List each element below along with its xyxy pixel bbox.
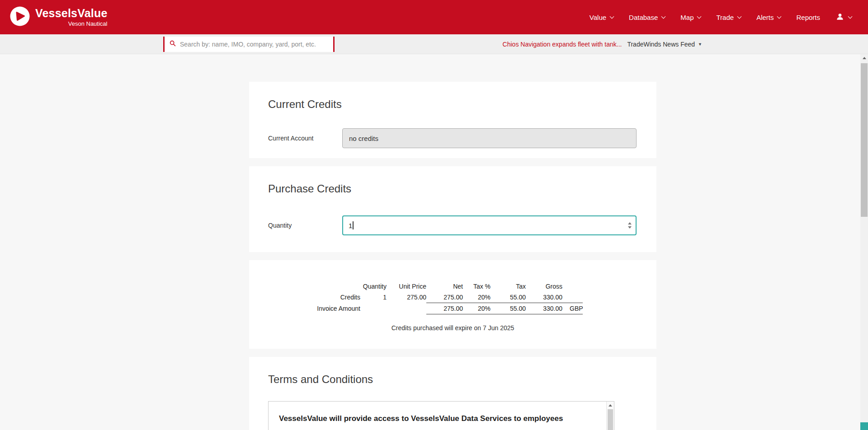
account-menu[interactable] <box>835 12 852 23</box>
top-header: VesselsValue Veson Nautical Value Databa… <box>0 0 868 34</box>
credits-quantity: 1 <box>360 292 387 303</box>
nav-item-label: Reports <box>796 14 820 21</box>
purchase-credits-card: Purchase Credits Quantity 1 <box>249 166 656 252</box>
main-content: Current Credits Current Account no credi… <box>0 54 868 430</box>
col-header-tax: Tax <box>491 281 526 292</box>
nav-item-trade[interactable]: Trade <box>716 14 741 21</box>
quantity-stepper[interactable]: 1 <box>342 215 637 235</box>
text-cursor <box>353 221 354 229</box>
nav-item-value[interactable]: Value <box>590 14 613 21</box>
table-header-row: Quantity Unit Price Net Tax % Tax Gross <box>268 281 637 292</box>
terms-body-heading: VesselsValue will provide access to Vess… <box>279 414 596 423</box>
chevron-down-icon <box>697 14 702 19</box>
caret-down-icon: ▼ <box>698 42 702 47</box>
credits-currency <box>562 292 583 303</box>
chevron-down-icon <box>848 14 853 19</box>
nav-item-alerts[interactable]: Alerts <box>756 14 781 21</box>
news-feed-dropdown[interactable]: TradeWinds News Feed ▼ <box>627 41 702 48</box>
brand-logo[interactable]: VesselsValue Veson Nautical <box>10 6 107 28</box>
terms-card: Terms and Conditions VesselsValue will p… <box>249 357 656 430</box>
col-header-quantity: Quantity <box>360 281 387 292</box>
table-row-credits: Credits 1 275.00 275.00 20% 55.00 330.00 <box>268 292 637 303</box>
scroll-up-arrow-icon[interactable] <box>860 54 868 62</box>
nav-item-label: Value <box>590 14 606 21</box>
current-account-field[interactable]: no credits <box>342 128 637 148</box>
invoice-tax: 55.00 <box>491 303 526 314</box>
news-headline-link[interactable]: Chios Navigation expands fleet with tank… <box>503 41 622 48</box>
nav-item-label: Map <box>680 14 693 21</box>
col-header-unit-price: Unit Price <box>387 281 426 292</box>
brand-text: VesselsValue Veson Nautical <box>35 7 107 27</box>
nav-item-label: Trade <box>716 14 734 21</box>
page-scrollbar[interactable] <box>860 54 868 430</box>
search-input[interactable] <box>180 41 329 48</box>
invoice-summary-card: Quantity Unit Price Net Tax % Tax Gross … <box>249 260 656 349</box>
number-spinner[interactable] <box>628 222 632 229</box>
nav-item-label: Alerts <box>756 14 774 21</box>
nav-item-map[interactable]: Map <box>680 14 701 21</box>
chevron-down-icon <box>737 14 742 19</box>
current-account-row: Current Account no credits <box>268 128 637 148</box>
current-account-value: no credits <box>349 135 378 142</box>
teal-corner-widget[interactable] <box>860 422 868 430</box>
subheader-bar: Chios Navigation expands fleet with tank… <box>0 34 868 54</box>
quantity-row: Quantity 1 <box>268 215 637 235</box>
credits-net: 275.00 <box>426 292 463 303</box>
table-row-invoice-amount: Invoice Amount 275.00 20% 55.00 330.00 G… <box>268 303 637 314</box>
current-credits-card: Current Credits Current Account no credi… <box>249 82 656 158</box>
current-credits-title: Current Credits <box>268 98 637 111</box>
brand-name: VesselsValue <box>35 7 107 19</box>
row-label: Credits <box>268 292 360 303</box>
quantity-value: 1 <box>349 222 352 229</box>
scroll-up-arrow-icon[interactable] <box>607 402 614 409</box>
nav-item-database[interactable]: Database <box>629 14 665 21</box>
global-search[interactable] <box>163 37 335 52</box>
terms-scrollbar-thumb[interactable] <box>608 409 613 430</box>
terms-title: Terms and Conditions <box>268 373 637 386</box>
invoice-table: Quantity Unit Price Net Tax % Tax Gross … <box>268 281 637 314</box>
invoice-tax-pct: 20% <box>463 303 491 314</box>
cards-column: Current Credits Current Account no credi… <box>249 54 656 430</box>
nav-item-label: Database <box>629 14 658 21</box>
invoice-currency: GBP <box>562 303 583 314</box>
credits-gross: 330.00 <box>526 292 562 303</box>
credits-unit-price: 275.00 <box>387 292 426 303</box>
chevron-down-icon <box>777 14 782 19</box>
invoice-gross: 330.00 <box>526 303 562 314</box>
invoice-net: 275.00 <box>426 303 463 314</box>
nav-item-reports[interactable]: Reports <box>796 14 820 21</box>
vesselsvalue-logo-icon <box>10 6 30 28</box>
user-icon <box>835 12 844 23</box>
spinner-down-icon[interactable] <box>628 226 632 229</box>
credits-expiry-note: Credits purchased will expire on 7 Jun 2… <box>268 324 637 332</box>
search-icon <box>169 40 176 49</box>
credits-tax: 55.00 <box>491 292 526 303</box>
terms-scrollbar[interactable] <box>606 402 614 430</box>
credits-tax-pct: 20% <box>463 292 491 303</box>
col-header-tax-pct: Tax % <box>463 281 491 292</box>
news-ticker: Chios Navigation expands fleet with tank… <box>503 34 702 54</box>
quantity-label: Quantity <box>268 222 342 229</box>
terms-scroll-box[interactable]: VesselsValue will provide access to Vess… <box>268 401 614 430</box>
col-header-net: Net <box>426 281 463 292</box>
chevron-down-icon <box>661 14 666 19</box>
col-header-gross: Gross <box>526 281 562 292</box>
brand-tagline: Veson Nautical <box>35 20 107 27</box>
chevron-down-icon <box>610 14 614 19</box>
row-label: Invoice Amount <box>268 303 360 314</box>
page-scrollbar-thumb[interactable] <box>861 63 868 217</box>
news-feed-label: TradeWinds News Feed <box>627 41 695 48</box>
spinner-up-icon[interactable] <box>628 222 632 224</box>
purchase-credits-title: Purchase Credits <box>268 182 637 195</box>
current-account-label: Current Account <box>268 135 342 142</box>
main-nav: Value Database Map Trade Alerts Reports <box>590 12 852 23</box>
